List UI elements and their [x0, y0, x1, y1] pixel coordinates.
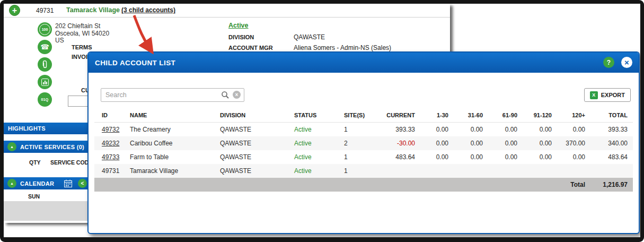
total-row: Total 1,216.97 [94, 178, 633, 192]
cell-name: The Creamery [122, 123, 213, 137]
cell-sites: 1 [337, 164, 368, 178]
cell-status: Active [287, 150, 337, 164]
account-id-link[interactable]: 49232 [102, 140, 119, 147]
col-header-91-120: 91-120 [518, 108, 552, 123]
cell-total: 340.00 [586, 136, 633, 150]
plus-icon: + [12, 6, 17, 15]
address-line2: Osceola, WI 54020 [55, 30, 109, 38]
col-header-current: CURRENT [368, 108, 416, 123]
score-100-icon[interactable]: 100 [38, 22, 52, 37]
add-button[interactable]: + [9, 5, 20, 16]
cell-division: QAWASTE [213, 136, 287, 150]
barcode-icon[interactable]: 01Q [38, 92, 52, 107]
clear-icon: × [235, 92, 239, 98]
col-header-division: DIVISION [213, 108, 287, 123]
account-header: + 49731 Tamarack Village (3 child accoun… [4, 4, 450, 18]
cell-120-plus [552, 164, 586, 178]
cell-61-90 [483, 164, 518, 178]
collapse-chevron-icon[interactable]: ▲ [7, 142, 16, 151]
cell-120-plus: 0.00 [552, 123, 586, 137]
account-id: 49731 [36, 7, 54, 14]
paperclip-glyph [41, 60, 48, 68]
cell-status: Active [287, 136, 337, 150]
export-button[interactable]: X EXPORT [584, 88, 631, 102]
chart-glyph [41, 79, 49, 86]
truncated-input[interactable] [68, 96, 88, 107]
col-header-total: TOTAL [586, 108, 633, 123]
calendar-icon [64, 179, 72, 187]
clear-search-button[interactable]: × [233, 91, 241, 99]
service-code-column-header: SERVICE CODE [50, 159, 92, 166]
help-button[interactable]: ? [603, 57, 614, 68]
table-row[interactable]: 49232 Caribou Coffee QAWASTE Active 2 -3… [94, 136, 633, 150]
account-address: 202 Chieftain St Osceola, WI 54020 US [55, 23, 109, 45]
phone-icon[interactable]: ☎ [38, 40, 52, 54]
cell-total: 483.64 [586, 150, 633, 164]
col-header-status: STATUS [287, 108, 337, 123]
search-box: × [101, 88, 244, 102]
table-row[interactable]: 49731 Tamarack Village QAWASTE Active 1 [94, 164, 633, 178]
cell-current: -30.00 [368, 136, 416, 150]
cell-total: 393.33 [586, 123, 633, 137]
account-status-link[interactable]: Active [228, 22, 249, 29]
cell-sites: 1 [337, 123, 368, 137]
red-arrow [127, 13, 164, 58]
help-icon: ? [607, 59, 611, 66]
child-account-list-modal: CHILD ACCOUNT LIST ? × × [87, 51, 640, 234]
cell-1-30: 0.00 [416, 136, 449, 150]
cell-status: Active [287, 164, 337, 178]
total-row-spacer [94, 178, 552, 192]
col-header-61-90: 61-90 [483, 108, 518, 123]
address-line3: US [55, 37, 109, 45]
division-label: DIVISION [228, 34, 254, 40]
export-label: EXPORT [601, 92, 625, 98]
division-value: QAWASTE [294, 33, 325, 41]
close-button[interactable]: × [621, 57, 632, 68]
account-id-link[interactable]: 49733 [102, 153, 119, 161]
total-label: Total [552, 178, 586, 192]
chevron-up-glyph: ▲ [10, 145, 14, 149]
cell-61-90: 0.00 [483, 123, 518, 137]
qty-column-header: QTY [29, 159, 41, 166]
col-header-120-plus: 120+ [552, 108, 586, 123]
cell-name: Caribou Coffee [122, 136, 213, 150]
calendar-label: CALENDAR [20, 180, 54, 187]
calendar-view-button[interactable] [64, 179, 72, 188]
account-id-link[interactable]: 49732 [102, 126, 119, 133]
cell-current: 483.64 [368, 150, 416, 164]
child-accounts-link[interactable]: (3 child accounts) [121, 6, 175, 14]
cell-31-60 [449, 164, 483, 178]
account-mgr-value: Aliena Somers - Admin-NS (Sales) [294, 44, 391, 51]
excel-icon: X [590, 91, 598, 99]
cell-91-120: 0.00 [518, 123, 552, 137]
calendar-prev-button[interactable]: < [78, 179, 87, 188]
cell-division: QAWASTE [213, 123, 287, 137]
cell-division: QAWASTE [213, 150, 287, 164]
chevron-left-glyph: < [81, 180, 84, 186]
cell-division: QAWASTE [213, 164, 287, 178]
cell-91-120: 0.00 [518, 150, 552, 164]
cell-1-30 [416, 164, 449, 178]
cell-61-90: 0.00 [483, 150, 518, 164]
col-header-name: NAME [122, 108, 213, 123]
child-accounts-table: ID NAME DIVISION STATUS SITE(S) CURRENT … [94, 108, 633, 192]
cell-91-120: 0.00 [518, 136, 552, 150]
table-row[interactable]: 49732 The Creamery QAWASTE Active 1 393.… [94, 123, 633, 137]
col-header-sites: SITE(S) [337, 108, 368, 123]
analytics-icon[interactable] [38, 75, 52, 89]
cell-current [368, 164, 416, 178]
table-row[interactable]: 49733 Farm to Table QAWASTE Active 1 483… [94, 150, 633, 164]
attachment-icon[interactable] [38, 57, 52, 72]
col-header-31-60: 31-60 [449, 108, 483, 123]
col-header-1-30: 1-30 [416, 108, 449, 123]
code-glyph: 01Q [41, 98, 48, 101]
modal-titlebar: CHILD ACCOUNT LIST ? × [89, 53, 639, 73]
terms-label: TERMS [72, 44, 92, 50]
collapse-chevron-icon[interactable]: ▲ [7, 179, 16, 188]
cell-name: Tamarack Village [122, 164, 213, 178]
modal-body: × X EXPORT ID NAME [89, 73, 639, 233]
cell-91-120 [518, 164, 552, 178]
cell-120-plus: 370.00 [552, 136, 586, 150]
cell-total [586, 164, 633, 178]
badge-100-glyph: 100 [39, 24, 50, 35]
